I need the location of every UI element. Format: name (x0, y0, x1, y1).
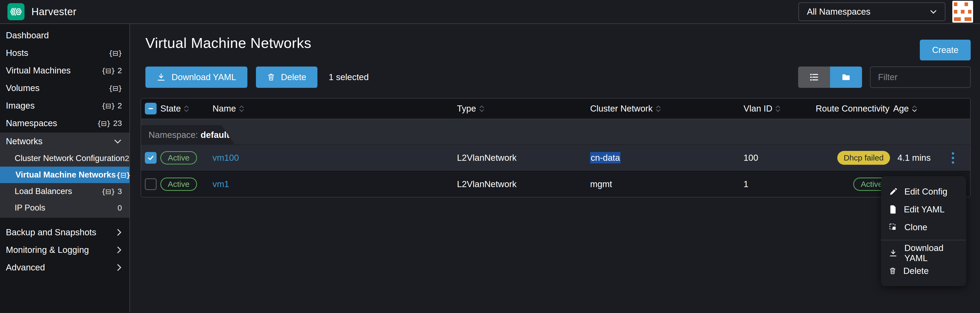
avatar-pixel (954, 2, 957, 6)
row-checkbox[interactable] (145, 178, 157, 190)
sidebar-item-label: Virtual Machines (6, 65, 101, 76)
namespace-selector[interactable]: All Namespaces (799, 2, 945, 21)
sidebar-item-label: Volumes (6, 83, 108, 93)
avatar-pixel (968, 6, 972, 10)
selected-count: 1 selected (329, 72, 369, 82)
menu-item-delete[interactable]: Delete (881, 262, 966, 280)
download-yaml-button[interactable]: Download YAML (145, 67, 247, 88)
sidebar-item-virtual-machines[interactable]: Virtual Machines{⊟}2 (0, 62, 129, 79)
route-connectivity-badge: Dhcp failed (837, 151, 890, 165)
menu-item-edit-config[interactable]: Edit Config (881, 183, 966, 200)
column-header-name[interactable]: Name (213, 103, 457, 114)
harvester-logo-icon[interactable] (8, 3, 24, 20)
row-actions-kebab[interactable] (949, 149, 957, 166)
sidebar-item-label: Hosts (6, 48, 108, 58)
row-cluster-network: cn-data (590, 152, 620, 164)
download-icon (157, 73, 165, 82)
avatar-pixel (954, 17, 957, 21)
sidebar-item-ip-pools[interactable]: IP Pools0 (0, 200, 129, 216)
avatar-pixel (968, 17, 972, 21)
filter-input[interactable] (870, 67, 971, 88)
harvester-app: { "colors": { "accent": "#3d98d3", "nav_… (0, 0, 980, 313)
user-avatar[interactable] (952, 1, 973, 22)
sidebar-group-networks-header[interactable]: Networks (0, 133, 129, 150)
sidebar-item-label: Load Balancers (14, 187, 101, 196)
nav-count: {⊟} (116, 171, 130, 179)
file-icon (889, 205, 897, 214)
menu-item-label: Delete (903, 266, 929, 276)
column-header-state[interactable]: State (160, 103, 213, 114)
sidebar-item-namespaces[interactable]: Namespaces{⊟}23 (0, 114, 129, 132)
avatar-pixel (961, 2, 964, 6)
delete-label: Delete (281, 72, 306, 82)
nav-count: 0 (118, 203, 122, 212)
delete-button[interactable]: Delete (256, 67, 317, 88)
nav-count-value: 2 (118, 101, 122, 110)
trash-icon (889, 267, 896, 275)
sidebar-group-advanced[interactable]: Advanced (0, 259, 129, 276)
chevron-down-icon (114, 139, 121, 144)
avatar-pixel (961, 14, 964, 17)
nav-count-value: 2 (125, 154, 129, 163)
namespace-group-label: Namespace: (149, 130, 198, 140)
row-checkbox[interactable] (145, 152, 157, 164)
list-view-button[interactable] (798, 67, 830, 88)
column-header-type[interactable]: Type (457, 103, 590, 114)
avatar-pixel (957, 2, 961, 6)
sort-icon (239, 105, 244, 112)
column-header-age[interactable]: Age (893, 103, 936, 114)
folder-icon (842, 73, 851, 82)
table-row[interactable]: Active vm1 L2VlanNetwork mgmt 1 Active (141, 171, 970, 197)
menu-item-label: Edit YAML (904, 204, 945, 214)
tag-badge-icon: {⊟} (97, 119, 110, 127)
row-name-link[interactable]: vm1 (213, 179, 229, 189)
avatar-pixel (961, 17, 964, 21)
nav-count: {⊟} (108, 84, 122, 92)
menu-item-edit-yaml[interactable]: Edit YAML (881, 200, 966, 218)
menu-item-label: Edit Config (904, 187, 947, 197)
top-header: Harvester All Namespaces (0, 0, 980, 24)
table-controls (798, 67, 971, 88)
sidebar-group-label: Monitoring & Logging (6, 245, 117, 255)
app-shell: DashboardHosts{⊟}Virtual Machines{⊟}2Vol… (0, 24, 980, 313)
sidebar-group-monitoring-logging[interactable]: Monitoring & Logging (0, 241, 129, 259)
avatar-pixel (968, 2, 972, 6)
main-content: Virtual Machine Networks Create Download… (130, 24, 980, 313)
avatar-pixel (957, 10, 961, 14)
column-header-label: Vlan ID (743, 103, 772, 114)
sidebar-nav: DashboardHosts{⊟}Virtual Machines{⊟}2Vol… (0, 24, 130, 313)
avatar-pixel (961, 6, 964, 10)
column-header-vlan-id[interactable]: Vlan ID (743, 103, 827, 114)
chevron-right-icon (117, 264, 121, 271)
sidebar-item-dashboard[interactable]: Dashboard (0, 27, 129, 44)
sidebar-item-images[interactable]: Images{⊟}2 (0, 97, 129, 114)
create-button[interactable]: Create (920, 40, 971, 60)
tag-badge-icon: {⊟} (108, 49, 122, 57)
sidebar-item-virtual-machine-networks[interactable]: Virtual Machine Networks{⊟} (0, 167, 129, 183)
avatar-pixel (964, 6, 968, 10)
table-row[interactable]: Active vm100 L2VlanNetwork cn-data 100 D… (141, 145, 970, 171)
sidebar-item-cluster-network-configuration[interactable]: Cluster Network Configuration2 (0, 150, 129, 167)
nav-count-value: 2 (118, 66, 122, 75)
download-icon (889, 249, 897, 257)
download-yaml-label: Download YAML (172, 72, 236, 82)
sidebar-item-label: Namespaces (6, 118, 97, 128)
page-title: Virtual Machine Networks (145, 35, 971, 51)
chevron-right-icon (117, 246, 121, 254)
column-header-cluster-network[interactable]: Cluster Network (590, 103, 743, 114)
sidebar-group-backup-and-snapshots[interactable]: Backup and Snapshots (0, 224, 129, 241)
grouped-view-button[interactable] (830, 67, 862, 88)
actions-row: Download YAML Delete 1 selected (145, 67, 971, 88)
menu-item-download-yaml[interactable]: Download YAML (881, 244, 966, 262)
select-all-checkbox[interactable] (145, 103, 157, 114)
chevron-right-icon (117, 229, 121, 236)
avatar-pixel (964, 10, 968, 14)
sidebar-item-hosts[interactable]: Hosts{⊟} (0, 44, 129, 62)
menu-item-clone[interactable]: Clone (881, 218, 966, 236)
row-name-link[interactable]: vm100 (213, 153, 239, 163)
nav-count: {⊟}2 (101, 101, 122, 110)
sidebar-item-load-balancers[interactable]: Load Balancers{⊟}3 (0, 183, 129, 200)
row-vlan-id: 100 (743, 153, 827, 163)
sidebar-group-networks: NetworksCluster Network Configuration2Vi… (0, 133, 129, 218)
sidebar-item-volumes[interactable]: Volumes{⊟} (0, 79, 129, 97)
